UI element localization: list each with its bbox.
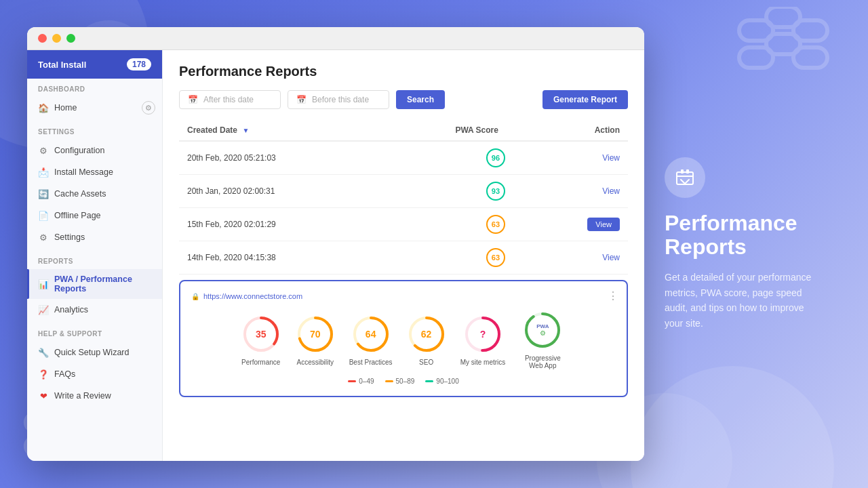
after-date-placeholder: After this date <box>203 95 254 104</box>
my-site-label: My site metrics <box>460 359 506 366</box>
sidebar: Total Install 178 DASHBOARD 🏠 Home ⚙ SET… <box>27 50 163 461</box>
col-pwa-score: PWA Score <box>371 120 539 141</box>
accessibility-value: 70 <box>310 329 321 340</box>
table-row: 20th Jan, 2020 02:00:31 93 View <box>179 175 628 208</box>
sidebar-item-install-message-label: Install Message <box>54 167 113 177</box>
sidebar-section-help: HELP & SUPPORT 🔧 Quick Setup Wizard ❓ FA… <box>27 323 162 409</box>
metric-circle-pwa: PWA ⚙ <box>522 310 563 350</box>
seo-label: SEO <box>419 359 433 366</box>
row3-date: 15th Feb, 2020 02:01:29 <box>179 208 371 241</box>
sidebar-section-dashboard: DASHBOARD 🏠 Home ⚙ <box>27 79 162 121</box>
sidebar-item-quick-setup[interactable]: 🔧 Quick Setup Wizard <box>27 342 162 363</box>
svg-line-28 <box>681 180 685 184</box>
row2-view-link[interactable]: View <box>602 186 620 196</box>
legend-dot-orange <box>385 380 393 382</box>
table-row: 14th Feb, 2020 04:15:38 63 View <box>179 241 628 274</box>
sidebar-item-configuration-label: Configuration <box>54 146 104 155</box>
table-row: 20th Feb, 2020 05:21:03 96 View <box>179 141 628 175</box>
row4-view-link[interactable]: View <box>602 253 620 262</box>
sidebar-item-settings-label: Settings <box>54 232 85 242</box>
sidebar-item-offline-page[interactable]: 📄 Offline Page <box>27 205 162 226</box>
row1-date: 20th Feb, 2020 05:21:03 <box>179 141 371 175</box>
browser-body: Total Install 178 DASHBOARD 🏠 Home ⚙ SET… <box>27 50 644 461</box>
sidebar-total-install-label: Total Install <box>38 60 86 70</box>
legend-label-0-49: 0–49 <box>359 378 374 385</box>
score-card: 🔒 https://www.connectstore.com ⋮ <box>179 280 628 397</box>
generate-report-button[interactable]: Generate Report <box>542 90 628 109</box>
score-badge-63a: 63 <box>486 215 505 234</box>
heart-icon: ❤ <box>38 390 49 401</box>
sidebar-item-install-message[interactable]: 📩 Install Message <box>27 161 162 183</box>
row1-action: View <box>539 141 628 175</box>
traffic-light-green[interactable] <box>66 34 75 43</box>
score-card-url: 🔒 https://www.connectstore.com <box>191 292 616 300</box>
more-options-icon[interactable]: ⋮ <box>608 289 618 302</box>
browser-window: Total Install 178 DASHBOARD 🏠 Home ⚙ SET… <box>27 27 644 461</box>
analytics-icon: 📈 <box>38 304 49 315</box>
sidebar-item-configuration[interactable]: ⚙ Configuration <box>27 140 162 161</box>
sidebar-item-write-review[interactable]: ❤ Write a Review <box>27 385 162 407</box>
metric-circle-performance: 35 <box>241 314 281 354</box>
sidebar-item-cache-assets[interactable]: 🔄 Cache Assets <box>27 183 162 205</box>
row3-view-button[interactable]: View <box>587 218 620 231</box>
row2-action: View <box>539 175 628 208</box>
score-legend: 0–49 50–89 90–100 <box>191 378 616 385</box>
right-panel-title: Performance Reports <box>665 211 821 259</box>
sidebar-item-analytics-label: Analytics <box>54 305 88 314</box>
reports-section-label: REPORTS <box>27 258 162 269</box>
metric-performance: 35 Performance <box>241 314 281 366</box>
sidebar-item-quick-setup-label: Quick Setup Wizard <box>54 348 129 357</box>
main-layout: Total Install 178 DASHBOARD 🏠 Home ⚙ SET… <box>27 27 841 461</box>
dashboard-section-label: DASHBOARD <box>27 85 162 97</box>
row4-score: 63 <box>371 241 539 274</box>
row4-action: View <box>539 241 628 274</box>
sidebar-item-home[interactable]: 🏠 Home ⚙ <box>27 97 162 119</box>
sidebar-item-settings[interactable]: ⚙ Settings <box>27 226 162 248</box>
legend-dot-red <box>348 380 356 382</box>
sidebar-item-pwa-reports[interactable]: 📊 PWA / Performance Reports <box>27 269 162 299</box>
calendar-icon-after: 📅 <box>188 95 198 104</box>
sidebar-item-faqs[interactable]: ❓ FAQs <box>27 363 162 385</box>
traffic-light-yellow[interactable] <box>52 34 61 43</box>
cache-assets-icon: 🔄 <box>38 188 49 199</box>
row2-score: 93 <box>371 175 539 208</box>
sidebar-item-pwa-reports-label: PWA / Performance Reports <box>54 274 151 293</box>
before-date-input[interactable]: 📅 Before this date <box>288 90 389 109</box>
sidebar-section-reports: REPORTS 📊 PWA / Performance Reports 📈 An… <box>27 251 162 323</box>
settings-circle-icon[interactable]: ⚙ <box>142 101 155 115</box>
sidebar-section-settings: SETTINGS ⚙ Configuration 📩 Install Messa… <box>27 121 162 251</box>
after-date-input[interactable]: 📅 After this date <box>179 90 281 109</box>
configuration-icon: ⚙ <box>38 145 49 156</box>
svg-rect-26 <box>681 169 684 174</box>
best-practices-value: 64 <box>366 329 376 340</box>
settings-section-label: SETTINGS <box>27 128 162 140</box>
offline-page-icon: 📄 <box>38 210 49 221</box>
col-created-date[interactable]: Created Date ▼ <box>179 120 371 141</box>
legend-50-89: 50–89 <box>385 378 415 385</box>
sidebar-item-write-review-label: Write a Review <box>54 391 111 401</box>
lock-icon: 🔒 <box>191 293 199 300</box>
score-badge-63b: 63 <box>486 248 505 267</box>
search-button[interactable]: Search <box>396 90 445 109</box>
metric-accessibility: 70 Accessibility <box>295 314 336 366</box>
pwa-label: Progressive Web App <box>519 354 566 369</box>
table-row: 15th Feb, 2020 02:01:29 63 View <box>179 208 628 241</box>
traffic-light-red[interactable] <box>38 34 47 43</box>
faqs-icon: ❓ <box>38 369 49 380</box>
row2-date: 20th Jan, 2020 02:00:31 <box>179 175 371 208</box>
sidebar-item-analytics[interactable]: 📈 Analytics <box>27 299 162 321</box>
legend-0-49: 0–49 <box>348 378 374 385</box>
settings-icon: ⚙ <box>38 232 49 243</box>
svg-rect-3 <box>766 7 800 27</box>
metric-circle-my-site: ? <box>462 314 503 354</box>
score-badge-93: 93 <box>486 182 505 201</box>
legend-90-100: 90–100 <box>425 378 458 385</box>
calendar-icon-before: 📅 <box>296 95 307 104</box>
row1-view-link[interactable]: View <box>602 153 620 163</box>
sidebar-item-offline-page-label: Offline Page <box>54 211 101 220</box>
metric-circle-seo: 62 <box>406 314 447 354</box>
page-title: Performance Reports <box>179 64 628 79</box>
sidebar-header: Total Install 178 <box>27 50 162 79</box>
sort-icon: ▼ <box>242 127 249 134</box>
home-icon: 🏠 <box>38 102 49 113</box>
